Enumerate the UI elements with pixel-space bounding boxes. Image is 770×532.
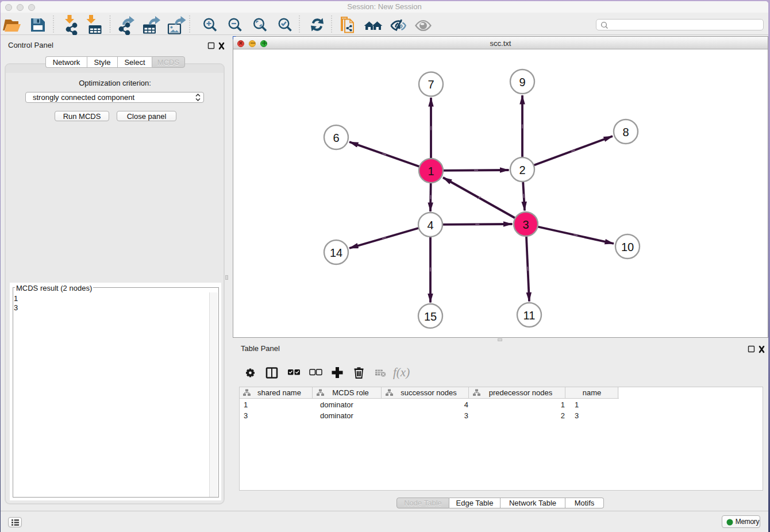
svg-text:10: 10 (621, 241, 634, 253)
svg-text:f(x): f(x) (393, 365, 410, 379)
svg-text:7: 7 (428, 78, 434, 91)
svg-text:6: 6 (333, 132, 339, 144)
svg-text:15: 15 (424, 310, 437, 323)
svg-text:14: 14 (330, 246, 342, 259)
svg-text:9: 9 (519, 76, 525, 88)
svg-text:11: 11 (523, 309, 536, 322)
svg-text:3: 3 (522, 218, 529, 231)
svg-text:1: 1 (428, 165, 434, 178)
svg-text:2: 2 (519, 164, 525, 176)
svg-text:4: 4 (427, 219, 433, 232)
svg-text:8: 8 (622, 126, 629, 138)
